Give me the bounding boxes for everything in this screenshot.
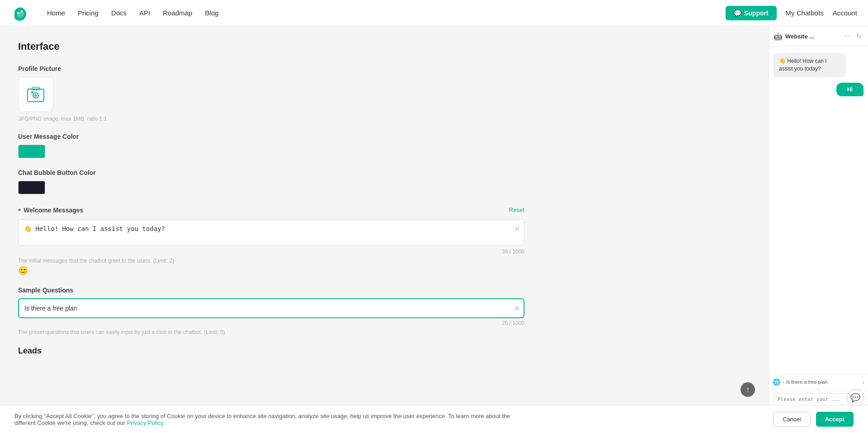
nav-docs[interactable]: Docs [111, 9, 127, 17]
svg-point-0 [17, 12, 19, 14]
leads-title: Leads [18, 346, 524, 356]
navbar: Home Pricing Docs API Roadmap Blog 💬 Sup… [0, 0, 868, 26]
chat-preview-panel: 🤖 Website ... ⋯ ↻ 👋 Hello! How can I ass… [769, 26, 868, 433]
cookie-buttons: Cancel Accept [773, 412, 854, 427]
brand-logo[interactable] [11, 4, 29, 22]
clear-sample-icon[interactable]: ✕ [514, 304, 520, 313]
my-chatbots-link[interactable]: My Chatbots [786, 9, 824, 17]
nav-roadmap[interactable]: Roadmap [163, 9, 192, 17]
nav-links: Home Pricing Docs API Roadmap Blog [47, 9, 218, 17]
sample-question-preview: Is there a free plan [786, 379, 861, 385]
cookie-accept-button[interactable]: Accept [816, 412, 854, 427]
reset-button[interactable]: Reset [509, 207, 524, 213]
emoji-button[interactable]: 🙂 [18, 266, 28, 276]
sample-char-count: 20 / 1000 [18, 320, 524, 326]
sample-input-wrapper: ✕ [18, 298, 524, 318]
account-link[interactable]: Account [833, 9, 857, 17]
next-sample-button[interactable]: › [862, 378, 864, 386]
user-message-color-label: User Message Color [18, 133, 524, 140]
svg-point-1 [21, 10, 23, 12]
profile-picture-label: Profile Picture [18, 65, 524, 72]
sample-hint: The preset questions that users can easi… [18, 329, 524, 335]
globe-icon: 🌐 [773, 378, 780, 386]
nav-pricing[interactable]: Pricing [78, 9, 99, 17]
chat-panel-header: 🤖 Website ... ⋯ ↻ [769, 26, 868, 47]
navbar-right: 💬 Support My Chatbots Account [726, 6, 857, 20]
support-button[interactable]: 💬 Support [726, 6, 777, 20]
chat-body: 👋 Hello! How can I assist you today? HI [769, 47, 868, 374]
prev-sample-button[interactable]: ‹ [782, 378, 784, 386]
clear-welcome-icon[interactable]: ✕ [514, 225, 520, 233]
user-message-color-section: User Message Color [18, 133, 524, 158]
cookie-cancel-button[interactable]: Cancel [773, 412, 810, 427]
welcome-messages-label: Welcome Messages [18, 205, 83, 215]
nav-blog[interactable]: Blog [205, 9, 218, 17]
welcome-message-wrapper: ✕ [18, 219, 524, 247]
chat-panel-title: Website ... [785, 33, 839, 40]
privacy-policy-link[interactable]: Privacy Policy. [127, 419, 165, 426]
chat-panel-menu-button[interactable]: ⋯ [842, 32, 852, 41]
welcome-message-input[interactable] [18, 219, 524, 245]
welcome-messages-section: Welcome Messages Reset ✕ 36 / 1000 The i… [18, 205, 524, 276]
nav-api[interactable]: API [139, 9, 150, 17]
svg-rect-5 [31, 91, 33, 93]
chat-bubble-color-swatch[interactable] [18, 181, 45, 194]
chat-bubble-color-label: Chat Bubble Button Color [18, 169, 524, 176]
welcome-hint: The initial messages that the chatbot gr… [18, 258, 524, 264]
sample-questions-label: Sample Questions [18, 287, 524, 294]
leads-section: Leads [18, 346, 524, 356]
profile-picture-hint: JPG/PNG image, max 1MB, ratio 1:1 . [18, 116, 524, 122]
profile-picture-upload[interactable] [18, 77, 53, 112]
bot-welcome-bubble: 👋 Hello! How can I assist you today? [774, 53, 846, 77]
discord-icon: 💬 [734, 9, 741, 17]
content-area: Interface Profile Picture JPG/PNG image,… [0, 26, 542, 433]
nav-home[interactable]: Home [47, 9, 65, 17]
profile-picture-section: Profile Picture JPG/PNG image, max 1MB, … [18, 65, 524, 122]
cookie-banner: By clicking "Accept All Cookie", you agr… [0, 405, 868, 433]
chat-sample-nav: 🌐 ‹ Is there a free plan › [769, 374, 868, 389]
bot-icon: 🤖 [774, 32, 783, 41]
cookie-text: By clicking "Accept All Cookie", you agr… [14, 413, 512, 426]
page-title: Interface [18, 41, 524, 52]
sample-question-input[interactable] [18, 298, 524, 318]
welcome-char-count: 36 / 1000 [18, 249, 524, 255]
chat-panel-refresh-button[interactable]: ↻ [854, 32, 863, 41]
user-message-color-swatch[interactable] [18, 145, 45, 158]
welcome-messages-header: Welcome Messages Reset [18, 205, 524, 215]
chat-bubble-color-section: Chat Bubble Button Color [18, 169, 524, 194]
user-hi-bubble: HI [836, 83, 863, 96]
sample-questions-section: Sample Questions ✕ 20 / 1000 The preset … [18, 287, 524, 335]
main-wrapper: Interface Profile Picture JPG/PNG image,… [0, 26, 868, 433]
scroll-top-button[interactable]: ↑ [741, 382, 755, 397]
live-chat-button[interactable]: 💬 [847, 390, 863, 406]
